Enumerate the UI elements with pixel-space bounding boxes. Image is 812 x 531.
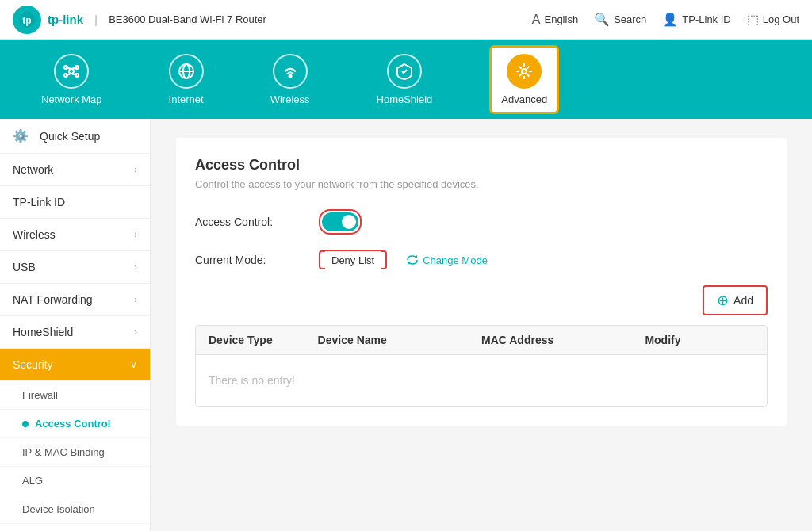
- advanced-icon: [507, 54, 542, 89]
- access-control-toggle[interactable]: [322, 212, 358, 231]
- page-title: Access Control: [195, 157, 768, 174]
- add-icon: ⊕: [717, 292, 729, 309]
- chevron-right-icon-2: ›: [134, 229, 137, 240]
- network-map-icon: [54, 54, 89, 89]
- deny-list-wrapper: Deny List: [319, 250, 387, 269]
- table-header-modify: Modify: [645, 334, 754, 346]
- table-container: Device Type Device Name MAC Address Modi…: [195, 325, 768, 407]
- nat-forwarding-label: NAT Forwarding: [13, 293, 93, 306]
- homeshield-label: HomeShield: [13, 326, 73, 338]
- search-button[interactable]: 🔍 Search: [594, 12, 646, 27]
- access-control-row: Access Control:: [195, 209, 768, 235]
- account-button[interactable]: 👤 TP-Link ID: [662, 12, 730, 27]
- sidebar-item-homeshield[interactable]: HomeShield ›: [0, 316, 150, 349]
- sidebar-item-security[interactable]: Security ∨: [0, 349, 150, 381]
- brand-name: tp-link: [48, 13, 83, 26]
- sidebar-sub-item-device-isolation[interactable]: Device Isolation: [0, 495, 150, 524]
- model-name: BE3600 Dual-Band Wi-Fi 7 Router: [109, 13, 266, 25]
- active-dot: [22, 421, 29, 427]
- header-right: A English 🔍 Search 👤 TP-Link ID ⬚ Log Ou…: [532, 12, 799, 27]
- logo: tp tp-link | BE3600 Dual-Band Wi-Fi 7 Ro…: [13, 6, 266, 34]
- nav-label-internet: Internet: [169, 94, 204, 105]
- tp-link-logo-icon: tp: [13, 6, 41, 34]
- nav-item-network-map[interactable]: Network Map: [32, 48, 112, 112]
- network-label: Network: [13, 163, 53, 176]
- sidebar-sub-item-alg[interactable]: ALG: [0, 467, 150, 495]
- access-control-field-label: Access Control:: [195, 216, 306, 228]
- wireless-icon: [273, 54, 308, 89]
- header-divider: |: [94, 13, 98, 26]
- content-card: Access Control Control the access to you…: [176, 138, 787, 426]
- sidebar-item-nat-forwarding[interactable]: NAT Forwarding ›: [0, 284, 150, 316]
- wireless-label: Wireless: [13, 228, 56, 241]
- language-label: English: [544, 13, 578, 25]
- language-button[interactable]: A English: [532, 13, 578, 27]
- tp-link-id-label: TP-Link ID: [13, 196, 65, 208]
- security-label: Security: [13, 358, 53, 371]
- add-button-label: Add: [733, 294, 753, 307]
- svg-point-15: [522, 69, 527, 74]
- language-icon: A: [532, 13, 541, 27]
- chevron-right-icon-5: ›: [134, 327, 137, 338]
- nav-item-internet[interactable]: Internet: [159, 48, 213, 112]
- chevron-right-icon-4: ›: [134, 294, 137, 305]
- usb-label: USB: [13, 261, 36, 273]
- access-control-label: Access Control: [35, 418, 110, 430]
- change-mode-icon: [406, 254, 419, 266]
- chevron-right-icon-3: ›: [134, 262, 137, 273]
- internet-icon: [169, 54, 204, 89]
- content-area: Access Control Control the access to you…: [151, 119, 812, 531]
- firewall-label: Firewall: [22, 389, 58, 401]
- account-icon: 👤: [662, 12, 678, 27]
- table-header-device-type: Device Type: [209, 334, 318, 346]
- sidebar-item-wireless[interactable]: Wireless ›: [0, 219, 150, 251]
- change-mode-button[interactable]: Change Mode: [406, 254, 488, 266]
- sidebar-sub-item-firewall[interactable]: Firewall: [0, 381, 150, 410]
- logout-label: Log Out: [763, 13, 799, 25]
- sidebar-item-quick-setup[interactable]: ⚙️ Quick Setup: [0, 119, 150, 154]
- sidebar-item-usb[interactable]: USB ›: [0, 251, 150, 284]
- ip-mac-binding-label: IP & MAC Binding: [22, 446, 105, 458]
- svg-point-2: [69, 69, 74, 74]
- change-mode-label: Change Mode: [423, 254, 488, 266]
- svg-text:tp: tp: [22, 15, 31, 26]
- table-header-mac-address: MAC Address: [481, 334, 645, 346]
- nav-item-advanced[interactable]: Advanced: [489, 45, 559, 114]
- nav-item-homeshield[interactable]: HomeShield: [367, 48, 442, 112]
- search-label: Search: [614, 13, 646, 25]
- sidebar-sub-item-access-control[interactable]: Access Control: [0, 410, 150, 438]
- nav-label-network-map: Network Map: [41, 94, 102, 105]
- chevron-down-icon: ∨: [130, 359, 137, 370]
- nav-bar: Network Map Internet Wireless: [0, 40, 812, 119]
- deny-list-badge: Deny List: [325, 251, 381, 269]
- account-label: TP-Link ID: [682, 13, 730, 25]
- logout-icon: ⬚: [747, 12, 759, 27]
- device-isolation-label: Device Isolation: [22, 503, 95, 515]
- current-mode-row: Current Mode: Deny List Change Mode: [195, 250, 768, 269]
- nav-label-wireless: Wireless: [270, 94, 310, 105]
- logout-button[interactable]: ⬚ Log Out: [747, 12, 799, 27]
- table-empty-message: There is no entry!: [196, 355, 767, 406]
- sidebar-item-network[interactable]: Network ›: [0, 154, 150, 186]
- nav-item-wireless[interactable]: Wireless: [261, 48, 320, 112]
- search-icon: 🔍: [594, 12, 610, 27]
- gear-icon: ⚙️: [13, 128, 29, 143]
- table-header-device-name: Device Name: [318, 334, 481, 346]
- sidebar-item-tp-link-id[interactable]: TP-Link ID: [0, 186, 150, 219]
- sidebar: ⚙️ Quick Setup Network › TP-Link ID Wire…: [0, 119, 151, 531]
- sidebar-sub-item-ip-mac-binding[interactable]: IP & MAC Binding: [0, 438, 150, 467]
- toggle-wrapper: [319, 209, 362, 235]
- table-header: Device Type Device Name MAC Address Modi…: [196, 326, 767, 355]
- nav-label-advanced: Advanced: [501, 94, 547, 105]
- nav-label-homeshield: HomeShield: [377, 94, 433, 105]
- add-button-wrapper: ⊕ Add: [195, 285, 768, 315]
- page-subtitle: Control the access to your network from …: [195, 178, 768, 190]
- current-mode-field-label: Current Mode:: [195, 254, 306, 266]
- quick-setup-label: Quick Setup: [40, 130, 100, 143]
- main-layout: ⚙️ Quick Setup Network › TP-Link ID Wire…: [0, 119, 812, 531]
- alg-label: ALG: [22, 475, 43, 487]
- header: tp tp-link | BE3600 Dual-Band Wi-Fi 7 Ro…: [0, 0, 812, 40]
- svg-point-14: [289, 74, 291, 77]
- chevron-right-icon: ›: [134, 164, 137, 175]
- add-button[interactable]: ⊕ Add: [703, 285, 768, 315]
